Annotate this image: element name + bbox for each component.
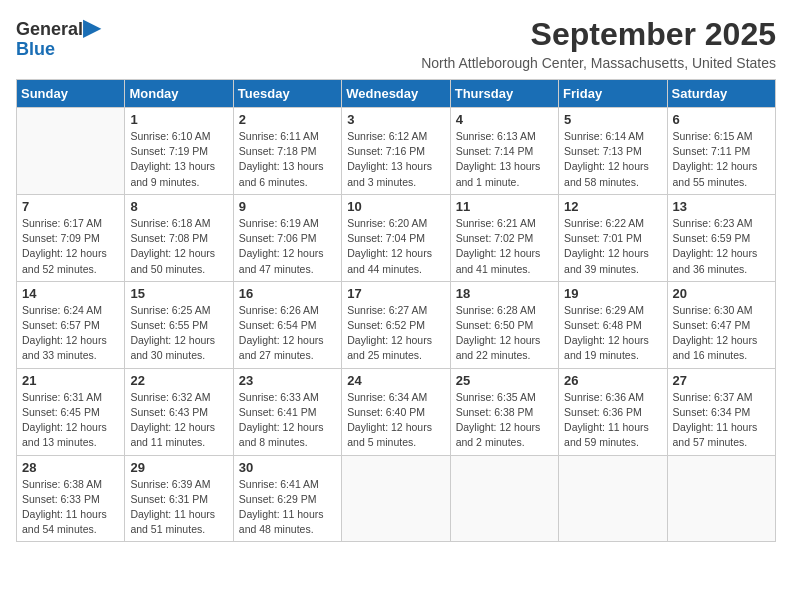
calendar-cell: 15Sunrise: 6:25 AM Sunset: 6:55 PM Dayli… bbox=[125, 281, 233, 368]
location-subtitle: North Attleborough Center, Massachusetts… bbox=[421, 55, 776, 71]
day-info: Sunrise: 6:15 AM Sunset: 7:11 PM Dayligh… bbox=[673, 129, 770, 190]
day-number: 27 bbox=[673, 373, 770, 388]
calendar-cell: 19Sunrise: 6:29 AM Sunset: 6:48 PM Dayli… bbox=[559, 281, 667, 368]
day-number: 2 bbox=[239, 112, 336, 127]
day-number: 8 bbox=[130, 199, 227, 214]
calendar-cell: 24Sunrise: 6:34 AM Sunset: 6:40 PM Dayli… bbox=[342, 368, 450, 455]
logo-triangle-icon: ▶ bbox=[83, 15, 100, 40]
calendar-cell: 16Sunrise: 6:26 AM Sunset: 6:54 PM Dayli… bbox=[233, 281, 341, 368]
day-info: Sunrise: 6:30 AM Sunset: 6:47 PM Dayligh… bbox=[673, 303, 770, 364]
calendar-cell: 5Sunrise: 6:14 AM Sunset: 7:13 PM Daylig… bbox=[559, 108, 667, 195]
day-number: 12 bbox=[564, 199, 661, 214]
calendar-week-3: 14Sunrise: 6:24 AM Sunset: 6:57 PM Dayli… bbox=[17, 281, 776, 368]
day-number: 17 bbox=[347, 286, 444, 301]
day-header-thursday: Thursday bbox=[450, 80, 558, 108]
day-info: Sunrise: 6:21 AM Sunset: 7:02 PM Dayligh… bbox=[456, 216, 553, 277]
day-info: Sunrise: 6:25 AM Sunset: 6:55 PM Dayligh… bbox=[130, 303, 227, 364]
calendar-cell: 18Sunrise: 6:28 AM Sunset: 6:50 PM Dayli… bbox=[450, 281, 558, 368]
day-info: Sunrise: 6:39 AM Sunset: 6:31 PM Dayligh… bbox=[130, 477, 227, 538]
calendar-cell: 3Sunrise: 6:12 AM Sunset: 7:16 PM Daylig… bbox=[342, 108, 450, 195]
month-title: September 2025 bbox=[421, 16, 776, 53]
day-header-monday: Monday bbox=[125, 80, 233, 108]
logo-general-text: General bbox=[16, 19, 83, 39]
day-info: Sunrise: 6:11 AM Sunset: 7:18 PM Dayligh… bbox=[239, 129, 336, 190]
day-number: 14 bbox=[22, 286, 119, 301]
day-info: Sunrise: 6:26 AM Sunset: 6:54 PM Dayligh… bbox=[239, 303, 336, 364]
day-header-sunday: Sunday bbox=[17, 80, 125, 108]
day-info: Sunrise: 6:32 AM Sunset: 6:43 PM Dayligh… bbox=[130, 390, 227, 451]
day-number: 1 bbox=[130, 112, 227, 127]
calendar-cell bbox=[450, 455, 558, 542]
day-info: Sunrise: 6:22 AM Sunset: 7:01 PM Dayligh… bbox=[564, 216, 661, 277]
day-number: 26 bbox=[564, 373, 661, 388]
logo: General▶ Blue bbox=[16, 16, 100, 60]
day-info: Sunrise: 6:37 AM Sunset: 6:34 PM Dayligh… bbox=[673, 390, 770, 451]
calendar-cell: 21Sunrise: 6:31 AM Sunset: 6:45 PM Dayli… bbox=[17, 368, 125, 455]
calendar-cell: 14Sunrise: 6:24 AM Sunset: 6:57 PM Dayli… bbox=[17, 281, 125, 368]
calendar-cell: 2Sunrise: 6:11 AM Sunset: 7:18 PM Daylig… bbox=[233, 108, 341, 195]
day-number: 4 bbox=[456, 112, 553, 127]
day-number: 16 bbox=[239, 286, 336, 301]
day-number: 28 bbox=[22, 460, 119, 475]
calendar-cell: 26Sunrise: 6:36 AM Sunset: 6:36 PM Dayli… bbox=[559, 368, 667, 455]
calendar-cell: 25Sunrise: 6:35 AM Sunset: 6:38 PM Dayli… bbox=[450, 368, 558, 455]
day-number: 9 bbox=[239, 199, 336, 214]
calendar-cell: 28Sunrise: 6:38 AM Sunset: 6:33 PM Dayli… bbox=[17, 455, 125, 542]
calendar-cell: 8Sunrise: 6:18 AM Sunset: 7:08 PM Daylig… bbox=[125, 194, 233, 281]
logo-blue-text: Blue bbox=[16, 40, 100, 60]
day-info: Sunrise: 6:33 AM Sunset: 6:41 PM Dayligh… bbox=[239, 390, 336, 451]
day-info: Sunrise: 6:24 AM Sunset: 6:57 PM Dayligh… bbox=[22, 303, 119, 364]
day-number: 24 bbox=[347, 373, 444, 388]
calendar-cell bbox=[559, 455, 667, 542]
day-number: 10 bbox=[347, 199, 444, 214]
calendar-table: SundayMondayTuesdayWednesdayThursdayFrid… bbox=[16, 79, 776, 542]
day-info: Sunrise: 6:14 AM Sunset: 7:13 PM Dayligh… bbox=[564, 129, 661, 190]
calendar-cell bbox=[17, 108, 125, 195]
day-info: Sunrise: 6:38 AM Sunset: 6:33 PM Dayligh… bbox=[22, 477, 119, 538]
day-info: Sunrise: 6:28 AM Sunset: 6:50 PM Dayligh… bbox=[456, 303, 553, 364]
calendar-cell bbox=[342, 455, 450, 542]
day-number: 15 bbox=[130, 286, 227, 301]
day-number: 22 bbox=[130, 373, 227, 388]
day-number: 19 bbox=[564, 286, 661, 301]
day-info: Sunrise: 6:10 AM Sunset: 7:19 PM Dayligh… bbox=[130, 129, 227, 190]
day-number: 29 bbox=[130, 460, 227, 475]
page-header: General▶ Blue September 2025 North Attle… bbox=[16, 16, 776, 71]
day-header-tuesday: Tuesday bbox=[233, 80, 341, 108]
calendar-cell: 22Sunrise: 6:32 AM Sunset: 6:43 PM Dayli… bbox=[125, 368, 233, 455]
day-info: Sunrise: 6:23 AM Sunset: 6:59 PM Dayligh… bbox=[673, 216, 770, 277]
calendar-cell: 29Sunrise: 6:39 AM Sunset: 6:31 PM Dayli… bbox=[125, 455, 233, 542]
day-info: Sunrise: 6:35 AM Sunset: 6:38 PM Dayligh… bbox=[456, 390, 553, 451]
day-header-friday: Friday bbox=[559, 80, 667, 108]
day-number: 11 bbox=[456, 199, 553, 214]
calendar-cell: 30Sunrise: 6:41 AM Sunset: 6:29 PM Dayli… bbox=[233, 455, 341, 542]
day-number: 3 bbox=[347, 112, 444, 127]
day-number: 5 bbox=[564, 112, 661, 127]
day-info: Sunrise: 6:29 AM Sunset: 6:48 PM Dayligh… bbox=[564, 303, 661, 364]
calendar-cell: 12Sunrise: 6:22 AM Sunset: 7:01 PM Dayli… bbox=[559, 194, 667, 281]
day-number: 18 bbox=[456, 286, 553, 301]
day-number: 21 bbox=[22, 373, 119, 388]
calendar-week-2: 7Sunrise: 6:17 AM Sunset: 7:09 PM Daylig… bbox=[17, 194, 776, 281]
title-block: September 2025 North Attleborough Center… bbox=[421, 16, 776, 71]
day-number: 20 bbox=[673, 286, 770, 301]
day-info: Sunrise: 6:31 AM Sunset: 6:45 PM Dayligh… bbox=[22, 390, 119, 451]
calendar-cell bbox=[667, 455, 775, 542]
day-info: Sunrise: 6:34 AM Sunset: 6:40 PM Dayligh… bbox=[347, 390, 444, 451]
calendar-cell: 4Sunrise: 6:13 AM Sunset: 7:14 PM Daylig… bbox=[450, 108, 558, 195]
calendar-cell: 7Sunrise: 6:17 AM Sunset: 7:09 PM Daylig… bbox=[17, 194, 125, 281]
calendar-cell: 23Sunrise: 6:33 AM Sunset: 6:41 PM Dayli… bbox=[233, 368, 341, 455]
day-info: Sunrise: 6:19 AM Sunset: 7:06 PM Dayligh… bbox=[239, 216, 336, 277]
calendar-cell: 13Sunrise: 6:23 AM Sunset: 6:59 PM Dayli… bbox=[667, 194, 775, 281]
day-number: 25 bbox=[456, 373, 553, 388]
day-info: Sunrise: 6:12 AM Sunset: 7:16 PM Dayligh… bbox=[347, 129, 444, 190]
day-header-wednesday: Wednesday bbox=[342, 80, 450, 108]
day-info: Sunrise: 6:18 AM Sunset: 7:08 PM Dayligh… bbox=[130, 216, 227, 277]
day-number: 6 bbox=[673, 112, 770, 127]
calendar-cell: 20Sunrise: 6:30 AM Sunset: 6:47 PM Dayli… bbox=[667, 281, 775, 368]
calendar-cell: 1Sunrise: 6:10 AM Sunset: 7:19 PM Daylig… bbox=[125, 108, 233, 195]
calendar-cell: 11Sunrise: 6:21 AM Sunset: 7:02 PM Dayli… bbox=[450, 194, 558, 281]
day-info: Sunrise: 6:13 AM Sunset: 7:14 PM Dayligh… bbox=[456, 129, 553, 190]
day-number: 23 bbox=[239, 373, 336, 388]
day-number: 13 bbox=[673, 199, 770, 214]
